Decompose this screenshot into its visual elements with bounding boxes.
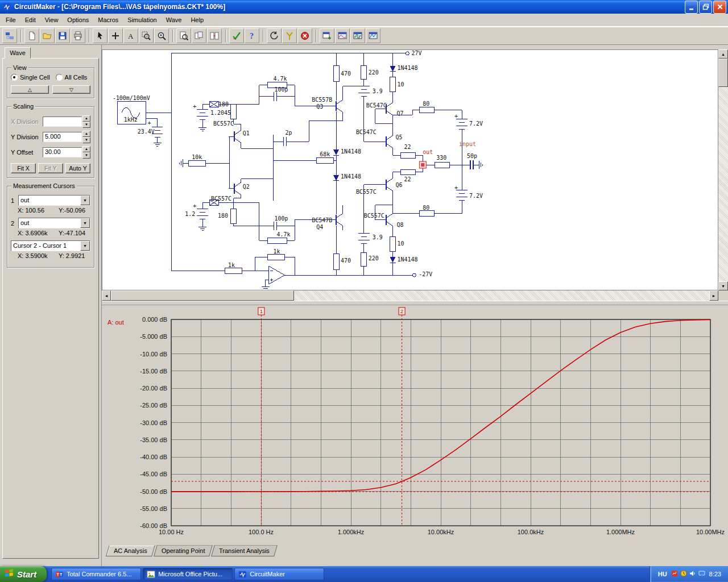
cursor-1-signal-select[interactable]: out▼ [18, 195, 90, 206]
schematic-canvas[interactable]: -100m/100mV1kHz23.4V++1801.2045BC557CQ11… [102, 49, 718, 290]
combo-arrow-icon[interactable]: ▼ [80, 241, 90, 251]
zoom-select-button[interactable] [139, 28, 154, 43]
minimize-button[interactable] [685, 1, 698, 14]
waveform-window-a-button[interactable] [335, 28, 350, 43]
y-offset-input[interactable]: 30.00 [43, 147, 82, 157]
taskbar-button-circuitmaker[interactable]: CircuitMaker [234, 568, 324, 580]
menu-wave[interactable]: Wave [162, 15, 187, 25]
schematic-vertical-scrollbar[interactable]: ▲ ▼ [718, 49, 728, 290]
new-file-button[interactable] [24, 28, 39, 43]
radio-single-cell[interactable]: Single Cell [11, 74, 50, 81]
waveform-plot[interactable]: 0.000 dB-5.000 dB-10.00 dB-15.00 dB-20.0… [102, 305, 728, 544]
y-offset-spinner[interactable]: ▲▼ [82, 146, 90, 159]
title-bar[interactable]: CircuitMaker - [C:\Program Files\...\VAS… [0, 0, 728, 14]
menu-file[interactable]: File [1, 15, 20, 25]
close-button[interactable] [713, 1, 726, 14]
spinner-up-icon[interactable]: ▲ [82, 115, 90, 122]
cursor-difference-select[interactable]: Cursor 2 - Cursor 1▼ [11, 240, 90, 251]
schematic-label-1-2045: 1.2045 [210, 110, 231, 116]
open-file-button[interactable] [40, 28, 55, 43]
next-cell-button[interactable]: ▽ [52, 85, 90, 94]
stop-simulation-button[interactable] [297, 28, 312, 43]
schematic-label-out: out [423, 149, 433, 155]
restore-button[interactable] [699, 1, 712, 14]
tab-operating-point[interactable]: Operating Point [154, 545, 213, 556]
combo-arrow-icon[interactable]: ▼ [80, 218, 90, 228]
reset-simulation-button[interactable] [267, 28, 282, 43]
svg-text:1: 1 [260, 309, 263, 314]
zoom-select-icon [142, 31, 151, 40]
menu-help[interactable]: Help [186, 15, 208, 25]
text-tool-button[interactable]: A [123, 28, 138, 43]
taskbar-button-total-commander-6-5[interactable]: Total Commander 6.5... [51, 568, 141, 580]
vertical-scroll-track[interactable] [718, 59, 728, 281]
select-cursor-button[interactable] [93, 28, 107, 43]
menu-options[interactable]: Options [63, 15, 93, 25]
zoom-page-button[interactable] [176, 28, 191, 43]
y-division-input[interactable]: 5.000 [43, 132, 82, 142]
wave-panel: View Single Cell All Cells △ ▽ Scaling X… [2, 58, 99, 559]
scroll-down-button[interactable]: ▼ [718, 281, 728, 290]
waveform-window-c-button[interactable] [366, 28, 380, 43]
status-area [102, 556, 728, 566]
menu-simulation[interactable]: Simulation [123, 15, 161, 25]
scroll-up-button[interactable]: ▲ [718, 49, 728, 59]
vertical-scroll-thumb[interactable] [718, 59, 728, 87]
split-view-button[interactable] [207, 28, 222, 43]
waveform-pane: 0.000 dB-5.000 dB-10.00 dB-15.00 dB-20.0… [102, 305, 728, 544]
x-division-input[interactable] [43, 117, 82, 127]
volume-icon[interactable] [689, 570, 696, 578]
spinner-up-icon[interactable]: ▲ [82, 146, 90, 152]
waveform-window-b-button[interactable] [350, 28, 365, 43]
cursor-2-signal-select[interactable]: out▼ [18, 218, 90, 228]
combo-arrow-icon[interactable]: ▼ [80, 196, 90, 205]
schematic-label-100m-100mv: -100m/100mV [113, 95, 150, 101]
fit-x-button[interactable]: Fit X [11, 163, 36, 173]
auto-y-button[interactable]: Auto Y [65, 163, 90, 173]
schematic-label-: + [193, 203, 196, 209]
scroll-left-button[interactable]: ◄ [102, 290, 111, 301]
schematic-horizontal-scrollbar[interactable]: ◄ ► [102, 290, 718, 301]
parts-browser-button[interactable] [2, 28, 17, 43]
taskbar-button-microsoft-office-pictu[interactable]: Microsoft Office Pictu... [143, 568, 233, 580]
toolbar-separator [316, 30, 317, 42]
add-part-button[interactable] [108, 28, 123, 43]
horizontal-scroll-thumb[interactable] [111, 290, 294, 301]
start-button[interactable]: Start [0, 566, 47, 582]
schematic-label-bc557c: BC557C [356, 189, 377, 195]
menu-edit[interactable]: Edit [20, 15, 40, 25]
menu-view[interactable]: View [40, 15, 63, 25]
probe-tool-button[interactable] [282, 28, 297, 43]
pane-splitter[interactable] [102, 301, 728, 305]
check-simulation-button[interactable] [229, 28, 244, 43]
wave-panel-tab[interactable]: Wave [5, 47, 31, 59]
tray-network-icon[interactable] [698, 570, 705, 578]
help-button[interactable]: ? [245, 28, 259, 43]
menu-macros[interactable]: Macros [93, 15, 123, 25]
fit-y-button[interactable]: Fit Y [38, 163, 63, 173]
scroll-right-button[interactable]: ► [709, 290, 718, 301]
save-file-button[interactable] [55, 28, 70, 43]
schematic-label-80: 80 [423, 101, 429, 107]
spinner-up-icon[interactable]: ▲ [82, 131, 90, 137]
out-probe[interactable] [419, 161, 426, 168]
spinner-down-icon[interactable]: ▼ [82, 137, 90, 143]
print-button[interactable] [71, 28, 85, 43]
previous-cell-button[interactable]: △ [11, 85, 49, 94]
new-waveform-window-button[interactable] [320, 28, 334, 43]
tray-monitor-icon[interactable] [671, 570, 678, 578]
spinner-down-icon[interactable]: ▼ [82, 122, 90, 128]
radio-all-cells[interactable]: All Cells [56, 74, 88, 81]
tray-clock-icon[interactable] [680, 570, 687, 578]
language-indicator[interactable]: HU [658, 571, 667, 577]
y-tick-label: 0.000 dB [142, 316, 167, 323]
horizontal-scroll-track[interactable] [111, 290, 709, 301]
y-division-spinner[interactable]: ▲▼ [82, 131, 90, 143]
y-tick-label: -10.00 dB [140, 351, 167, 357]
copy-view-button[interactable] [192, 28, 206, 43]
tab-transient-analysis[interactable]: Transient Analysis [211, 545, 278, 556]
zoom-tool-button[interactable] [154, 28, 169, 43]
spinner-down-icon[interactable]: ▼ [82, 152, 90, 159]
x-division-spinner[interactable]: ▲▼ [82, 115, 90, 128]
tab-ac-analysis[interactable]: AC Analysis [106, 545, 155, 556]
